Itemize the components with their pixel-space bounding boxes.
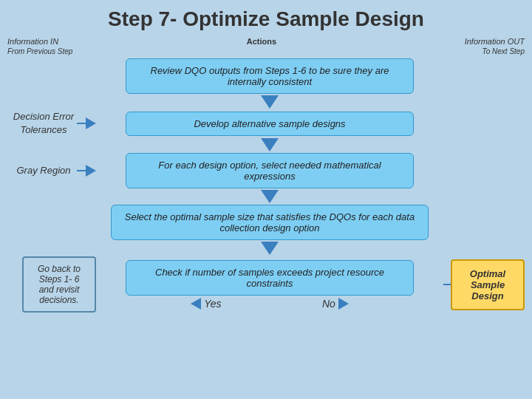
arrow-down-4 (261, 242, 279, 255)
gray-region-label: Gray Region (10, 164, 77, 177)
action-box-5: Check if number of samples exceeds proje… (126, 260, 414, 296)
action-box-4: Select the optimal sample size that sati… (111, 205, 429, 240)
arrow-left-yes (191, 298, 201, 310)
yes-label: Yes (204, 298, 221, 310)
arrow-down-1 (261, 95, 279, 109)
arrow-down-2 (261, 138, 279, 151)
arrow-down-3 (261, 190, 279, 203)
flow-area: Review DQO outputs from Steps 1-6 to be … (0, 58, 532, 313)
arrow-right-2 (86, 165, 96, 177)
sub-header-row: From Previous Step To Next Step (0, 47, 532, 58)
action-box-1: Review DQO outputs from Steps 1-6 to be … (126, 58, 414, 94)
no-label: No (322, 298, 335, 310)
optimal-sample-design-box: OptimalSampleDesign (451, 259, 525, 310)
arrow-right-1 (86, 117, 96, 129)
to-next-label: To Next Step (482, 47, 525, 55)
action-box-2: Develop alternative sample designs (126, 112, 414, 136)
go-back-box: Go back toSteps 1- 6and revisitdecisions… (22, 256, 96, 313)
actions-label: Actions (247, 37, 276, 46)
header-row: Information IN Actions Information OUT (0, 35, 532, 47)
action-box-3: For each design option, select needed ma… (126, 153, 414, 188)
page-title: Step 7- Optimize Sample Design (0, 0, 532, 35)
info-out-label: Information OUT (465, 37, 525, 46)
arrow-right-no (338, 298, 349, 310)
info-in-label: Information IN (7, 37, 58, 46)
decision-error-label: Decision ErrorTolerances (10, 110, 77, 137)
from-prev-label: From Previous Step (7, 47, 72, 55)
